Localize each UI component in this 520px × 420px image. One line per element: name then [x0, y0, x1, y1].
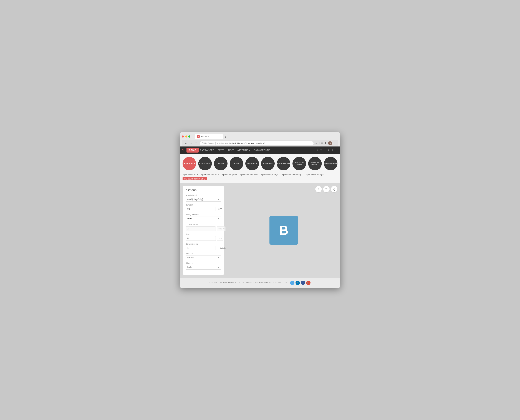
footer-contact-link[interactable]: CONTACT	[245, 281, 255, 284]
anim-circle-flip-scale[interactable]: FLIP-SCALE	[182, 157, 196, 170]
select-object-dropdown[interactable]: card (diag-2-flip)	[186, 197, 221, 202]
sub-flip-scale-up-diag-2[interactable]: flip-scale-up-diag-2	[306, 173, 324, 176]
fill-mode-label: fill-mode	[186, 262, 221, 264]
sub-flip-scale-up-diag-1[interactable]: flip-scale-up-diag-1	[261, 173, 279, 176]
back-button[interactable]: ←	[184, 142, 188, 145]
sub-flip-scale-down-diag-1[interactable]: flip-scale-down-diag-1	[282, 173, 303, 176]
delay-group: delay s	[186, 233, 221, 241]
sub-flip-scale-up-hor[interactable]: flip-scale-up-hor	[182, 173, 198, 176]
filter-icon[interactable]: ≡	[324, 149, 326, 152]
heart-icon[interactable]: ♡	[320, 149, 323, 152]
anim-circle-swing[interactable]: SWING	[214, 157, 227, 170]
footer-subscribe-link[interactable]: SUBSCRIBE	[256, 281, 269, 284]
nav-items: ENTRANCES EXITS TEXT ATTENTION BACKGROUN…	[200, 148, 270, 152]
fill-mode-select[interactable]: both	[186, 265, 221, 270]
iteration-group: iteration-count infinite	[186, 243, 221, 250]
address-bar: ← → ↻ ⓘ Not Secure | animista.net/play/b…	[182, 140, 338, 146]
main-area: OPTIONS select object card (diag-2-flip)…	[180, 183, 340, 278]
nav-exits[interactable]: EXITS	[218, 148, 224, 152]
anim-circle-slide[interactable]: SLIDE	[230, 157, 243, 170]
options-panel: OPTIONS select object card (diag-2-flip)…	[183, 186, 224, 275]
twitter-link[interactable]: t	[290, 281, 294, 285]
anim-circle-slide-fwd[interactable]: SLIDE-FWD	[261, 157, 275, 170]
anim-circle-slide-bck[interactable]: SLIDE-BCK	[245, 157, 259, 170]
nav-text[interactable]: TEXT	[228, 148, 234, 152]
duration-unit-select[interactable]: s	[217, 207, 223, 211]
nav-attention[interactable]: ATTENTION	[237, 148, 250, 152]
footer-share-text: SHARE THE LOVE	[270, 281, 288, 284]
card-letter: B	[279, 223, 288, 238]
sub-flip-scale-down-hor[interactable]: flip-scale-down-hor	[201, 173, 219, 176]
duration-input[interactable]	[186, 207, 216, 211]
refresh-button[interactable]: ↻	[195, 142, 198, 145]
animation-sub-options: flip-scale-up-hor flip-scale-down-hor fl…	[180, 172, 340, 183]
user-avatar[interactable]: U	[328, 141, 332, 145]
timing-group: timing-function linear	[186, 213, 221, 221]
tab-close-button[interactable]: ×	[219, 135, 221, 138]
use-steps-label: use steps	[189, 223, 197, 225]
bookmark-icon[interactable]: ☆	[315, 142, 317, 145]
trash-icon[interactable]: 🗑	[327, 149, 330, 152]
anim-circle-shadow-inset[interactable]: SHADOW-INSET	[339, 157, 340, 170]
timing-select[interactable]: linear	[186, 216, 221, 221]
maximize-button[interactable]	[188, 135, 190, 138]
linkedin-link[interactable]: in	[295, 281, 300, 285]
menu-icon[interactable]: ☰	[336, 149, 338, 152]
browser-toolbar-icons: ☆ ℹ ⊞ ⬇ U ⋮	[315, 141, 336, 145]
footer-year: ©2017	[237, 281, 243, 284]
sub-flip-scale-down-diag-2[interactable]: flip-scale-down-diag-2	[182, 177, 207, 180]
forward-button[interactable]: →	[189, 142, 193, 145]
delay-row: s	[186, 236, 221, 241]
sub-flip-scale-up-ver[interactable]: flip-scale-up-ver	[222, 173, 237, 176]
footer-created-by: CREATED BY	[210, 281, 222, 284]
iteration-row: infinite	[186, 246, 221, 250]
direction-select[interactable]: normal	[186, 255, 221, 260]
footer-author-link[interactable]: ANA TRAVAS	[223, 281, 236, 284]
anim-circle-flip-scale-2[interactable]: FLIP-SCALE-2	[198, 157, 212, 170]
nav-entrances[interactable]: ENTRANCES	[200, 148, 214, 152]
infinite-checkbox[interactable]	[217, 247, 219, 249]
steps-input	[186, 226, 216, 231]
anim-circle-slide-rotate[interactable]: SLIDE-ROTATE	[277, 157, 290, 170]
more-icon[interactable]: ⋮	[333, 142, 336, 145]
delay-label: delay	[186, 233, 221, 235]
layers-icon[interactable]: ⊞	[321, 142, 323, 145]
download-nav-icon[interactable]: ⬇	[332, 149, 334, 152]
minimize-button[interactable]	[185, 135, 187, 138]
titlebar: a Animista × +	[182, 134, 338, 139]
preview-refresh-button[interactable]: ↻	[315, 186, 322, 192]
sub-flip-scale-down-ver[interactable]: flip-scale-down-ver	[240, 173, 258, 176]
save-icon[interactable]: ⬇	[324, 142, 327, 145]
fill-mode-group: fill-mode both	[186, 262, 221, 270]
googleplus-link[interactable]: g+	[306, 281, 310, 285]
iteration-input[interactable]	[186, 246, 216, 250]
preview-area: ↻ ♡ {} B	[227, 183, 340, 278]
direction-label: direction	[186, 253, 221, 255]
info-icon[interactable]: ℹ	[319, 142, 320, 145]
traffic-lights	[182, 135, 190, 138]
facebook-link[interactable]: f	[301, 281, 305, 285]
app-content: a BASIC ENTRANCES EXITS TEXT ATTENTION B…	[180, 146, 340, 288]
options-title: OPTIONS	[186, 189, 221, 192]
close-button[interactable]	[182, 135, 184, 138]
security-indicator: ⓘ Not Secure	[202, 142, 214, 145]
address-input[interactable]: ⓘ Not Secure | animista.net/play/basic/f…	[200, 141, 314, 145]
new-tab-button[interactable]: +	[223, 135, 228, 139]
anim-circle-shadow-pop[interactable]: SHADOW-POP	[324, 157, 338, 170]
anim-circle-shadow-drop[interactable]: SHADOW-DROP	[293, 157, 306, 170]
anim-circle-shadow-drop-2[interactable]: SHADOW-DROP-2	[308, 157, 322, 170]
use-steps-checkbox[interactable]	[186, 223, 188, 225]
use-steps-group: use steps end	[186, 223, 221, 231]
direction-group: direction normal	[186, 253, 221, 260]
delay-input[interactable]	[186, 236, 216, 241]
favorites-count: 0	[317, 149, 318, 151]
nav-background[interactable]: BACKGROUND	[254, 148, 270, 152]
active-tab[interactable]: a Animista ×	[195, 134, 223, 139]
tab-bar: a Animista × +	[195, 134, 338, 139]
preview-code-button[interactable]: {}	[331, 186, 338, 192]
browser-chrome: a Animista × + ← → ↻ ⓘ Not Secure | anim…	[180, 132, 340, 146]
tab-title: Animista	[201, 135, 218, 138]
delay-unit-select[interactable]: s	[217, 236, 223, 241]
preview-heart-button[interactable]: ♡	[323, 186, 330, 192]
nav-basic[interactable]: BASIC	[187, 148, 199, 153]
